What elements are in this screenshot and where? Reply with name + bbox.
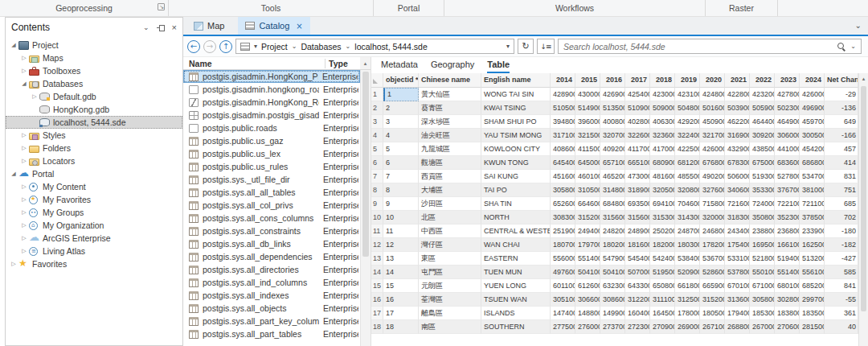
grid-row[interactable]: 1313東區EASTERN556000551400547900545400542… xyxy=(371,252,858,266)
grid-cell[interactable]: 841 xyxy=(825,279,858,293)
grid-row[interactable]: 1818南區SOUTHERN27750027600027370027230027… xyxy=(371,320,858,334)
grid-cell[interactable]: 315200 xyxy=(575,211,600,224)
grid-cell[interactable]: 465200 xyxy=(600,170,625,183)
grid-cell[interactable]: 340600 xyxy=(725,183,750,197)
grid-cell[interactable]: 314800 xyxy=(600,183,625,197)
grid-cell[interactable]: 507000 xyxy=(625,266,650,279)
select-all-corner[interactable] xyxy=(371,73,383,88)
grid-cell[interactable]: 505900 xyxy=(750,101,775,115)
row-number[interactable]: 1 xyxy=(371,88,383,101)
file-list-item[interactable]: postgis.gisadmin.hongkong_roads Enterpri… xyxy=(183,83,360,96)
grid-cell[interactable]: 402800 xyxy=(625,115,650,129)
grid-cell[interactable]: 551400 xyxy=(775,266,800,279)
grid-cell[interactable]: 314300 xyxy=(675,211,700,224)
grid-cell[interactable]: 180500 xyxy=(700,307,725,320)
grid-cell[interactable]: 601100 xyxy=(551,279,575,293)
grid-cell[interactable]: 318300 xyxy=(725,211,750,224)
grid-cell[interactable]: 411500 xyxy=(575,142,600,156)
grid-cell[interactable]: 702 xyxy=(825,211,858,224)
grid-cell[interactable]: 694100 xyxy=(650,197,675,211)
grid-cell[interactable]: 320500 xyxy=(650,183,675,197)
grid-cell[interactable]: 414 xyxy=(825,156,858,170)
grid-cell[interactable]: 164500 xyxy=(650,307,675,320)
grid-cell[interactable]: 屯門區 xyxy=(419,266,481,279)
row-number[interactable]: 16 xyxy=(371,293,383,307)
grid-cell[interactable]: 15 xyxy=(383,279,419,293)
tree-item[interactable]: ▷ Maps xyxy=(6,51,182,64)
grid-cell[interactable]: TUEN MUN xyxy=(481,266,551,279)
grid-cell[interactable]: 542400 xyxy=(650,252,675,266)
grid-cell[interactable]: 496900 xyxy=(800,101,825,115)
grid-cell[interactable]: 277500 xyxy=(551,320,575,334)
column-header[interactable]: 2023 xyxy=(775,73,800,88)
grid-cell[interactable]: 149900 xyxy=(600,307,625,320)
grid-cell[interactable]: 537800 xyxy=(725,266,750,279)
grid-cell[interactable]: 16 xyxy=(383,293,419,307)
grid-cell[interactable]: 272300 xyxy=(625,320,650,334)
grid-cell[interactable]: 316900 xyxy=(725,129,750,142)
grid-cell[interactable]: 162500 xyxy=(800,238,825,252)
grid-cell[interactable]: 473000 xyxy=(625,170,650,183)
breadcrumb-segment-project[interactable]: Project xyxy=(261,42,288,51)
grid-cell[interactable]: 481600 xyxy=(650,170,675,183)
grid-cell[interactable]: CENTRAL & WESTERN xyxy=(481,224,551,238)
grid-cell[interactable]: YAU TSIM MONG xyxy=(481,129,551,142)
grid-cell[interactable]: 632300 xyxy=(600,279,625,293)
grid-cell[interactable]: 離島區 xyxy=(419,307,481,320)
grid-cell[interactable]: 322400 xyxy=(675,129,700,142)
row-number[interactable]: 6 xyxy=(371,156,383,170)
row-number[interactable]: 8 xyxy=(371,183,383,197)
grid-cell[interactable]: 378500 xyxy=(800,211,825,224)
grid-cell[interactable]: 306600 xyxy=(575,293,600,307)
row-number[interactable]: 11 xyxy=(371,224,383,238)
grid-cell[interactable]: 408600 xyxy=(551,142,575,156)
back-button[interactable]: ← xyxy=(187,40,200,53)
tree-item[interactable]: ▷ Favorites xyxy=(6,257,182,270)
grid-cell[interactable]: 649 xyxy=(825,115,858,129)
grid-cell[interactable]: 185300 xyxy=(750,307,775,320)
grid-cell[interactable]: 305800 xyxy=(551,183,575,197)
grid-cell[interactable]: 321500 xyxy=(575,129,600,142)
grid-cell[interactable]: 686800 xyxy=(800,156,825,170)
grid-cell[interactable]: 233900 xyxy=(800,224,825,238)
grid-cell[interactable]: SOUTHERN xyxy=(481,320,551,334)
grid-cell[interactable]: 317100 xyxy=(551,129,575,142)
grid-row[interactable]: 1515元朗區YUEN LONG601100612600632300643300… xyxy=(371,279,858,293)
file-list-item[interactable]: postgis.sys.all_indexes Enterprise xyxy=(183,289,360,302)
grid-cell[interactable]: 180200 xyxy=(600,238,625,252)
grid-cell[interactable]: 9 xyxy=(383,197,419,211)
grid-cell[interactable]: 246800 xyxy=(700,224,725,238)
row-number[interactable]: 13 xyxy=(371,252,383,266)
grid-cell[interactable]: 236800 xyxy=(775,224,800,238)
tree-item[interactable]: ▷ My Favorites xyxy=(6,193,182,206)
grid-cell[interactable]: YUEN LONG xyxy=(481,279,551,293)
grid-cell[interactable]: -182 xyxy=(825,238,858,252)
grid-cell[interactable]: 504800 xyxy=(675,101,700,115)
row-number[interactable]: 18 xyxy=(371,320,383,334)
tree-item[interactable]: ▷ My Content xyxy=(6,180,182,193)
grid-cell[interactable]: 361 xyxy=(825,307,858,320)
column-header[interactable]: Chinese name xyxy=(419,73,481,88)
grid-cell[interactable]: 315600 xyxy=(600,211,625,224)
grid-cell[interactable]: 243400 xyxy=(725,224,750,238)
grid-cell[interactable]: 313600 xyxy=(725,293,750,307)
grid-cell[interactable]: 8 xyxy=(383,183,419,197)
grid-cell[interactable]: 521800 xyxy=(750,252,775,266)
scrollbar-thumb[interactable] xyxy=(861,86,866,311)
tree-item[interactable]: ▷ Living Atlas xyxy=(6,245,182,257)
panel-menu-chevron-icon[interactable]: ⌄ xyxy=(143,23,149,31)
file-list-item[interactable]: postgis.sys.all_all_tables Enterprise xyxy=(183,186,360,199)
grid-row[interactable]: 88大埔區TAI PO30580031050031480031890032050… xyxy=(371,183,858,197)
grid-cell[interactable]: 533100 xyxy=(725,252,750,266)
column-header[interactable]: 2019 xyxy=(675,73,700,88)
grid-cell[interactable]: 406300 xyxy=(650,115,675,129)
grid-cell[interactable]: 556100 xyxy=(800,266,825,279)
grid-cell[interactable]: 九龍城區 xyxy=(419,142,481,156)
grid-cell[interactable]: 觀塘區 xyxy=(419,156,481,170)
grid-cell[interactable]: 荃灣區 xyxy=(419,293,481,307)
grid-cell[interactable]: 411700 xyxy=(625,142,650,156)
grid-cell[interactable]: 182000 xyxy=(650,238,675,252)
grid-cell[interactable]: 585 xyxy=(825,266,858,279)
grid-cell[interactable]: SHA TIN xyxy=(481,197,551,211)
grid-cell[interactable]: 250200 xyxy=(650,224,675,238)
